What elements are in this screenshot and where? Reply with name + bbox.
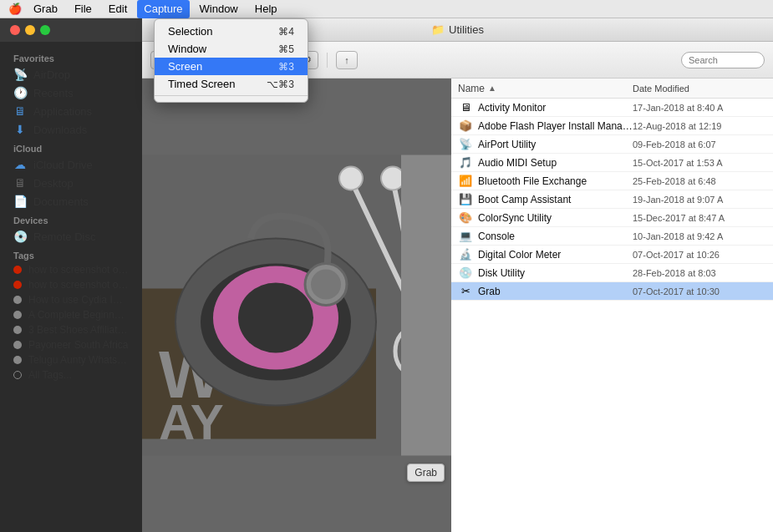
capture-timed-screen[interactable]: Timed Screen ⌥⌘3 <box>155 75 308 93</box>
file-name: ColorSync Utility <box>478 212 633 224</box>
sidebar-tag-all[interactable]: All Tags... <box>0 367 142 383</box>
svg-text:AY: AY <box>159 394 224 450</box>
table-row[interactable]: 💻 Console 10-Jan-2018 at 9:42 A <box>451 227 773 246</box>
col-date-header[interactable]: Date Modified <box>633 84 766 94</box>
file-date: 07-Oct-2017 at 10:30 <box>633 286 766 296</box>
file-name: Adobe Flash Player Install Manager <box>478 120 633 132</box>
menubar-grab[interactable]: Grab <box>27 0 64 18</box>
sort-arrow: ▲ <box>488 84 496 93</box>
svg-point-7 <box>238 283 313 353</box>
tag-label: Payoneer South Africa <box>28 339 128 351</box>
sidebar-tag-3[interactable]: A Complete Beginner... <box>0 307 142 322</box>
downloads-icon: ⬇ <box>13 123 27 136</box>
menubar-capture[interactable]: Capture <box>137 0 189 18</box>
tag-dot <box>13 341 22 349</box>
remote-disc-icon: 💿 <box>13 230 27 243</box>
file-icon: 🔬 <box>458 247 473 262</box>
sidebar-item-label: Documents <box>33 195 89 208</box>
menubar-help[interactable]: Help <box>248 0 284 18</box>
menubar: 🍎 Grab File Edit Capture Window Help <box>0 0 773 18</box>
menubar-file[interactable]: File <box>68 0 99 18</box>
sidebar-tag-4[interactable]: 3 Best Shoes Affiliate... <box>0 322 142 337</box>
sidebar-tag-6[interactable]: Telugu Aunty Whatsa... <box>0 352 142 367</box>
file-date: 28-Feb-2018 at 8:03 <box>633 268 766 278</box>
capture-screen[interactable]: Screen ⌘3 <box>155 58 308 75</box>
sidebar-item-airdrop[interactable]: 📡 AirDrop <box>0 65 142 84</box>
sidebar-icloud-header: iCloud <box>0 139 142 155</box>
sidebar-tag-1[interactable]: how to screenshot on... <box>0 277 142 292</box>
capture-selection[interactable]: Selection ⌘4 <box>155 23 308 40</box>
table-row[interactable]: 💾 Boot Camp Assistant 19-Jan-2018 at 9:0… <box>451 190 773 209</box>
file-name: Console <box>478 231 633 242</box>
capture-window[interactable]: Window ⌘5 <box>155 40 308 58</box>
capture-dropdown: Selection ⌘4 Window ⌘5 Screen ⌘3 Timed S… <box>154 18 308 103</box>
file-date: 07-Oct-2017 at 10:26 <box>633 250 766 260</box>
airdrop-icon: 📡 <box>13 68 27 81</box>
fullscreen-button[interactable] <box>40 25 50 35</box>
table-row[interactable]: 📦 Adobe Flash Player Install Manager 12-… <box>451 117 773 135</box>
menu-divider <box>155 95 308 96</box>
apple-menu[interactable]: 🍎 <box>7 3 23 15</box>
sidebar-item-icloud-drive[interactable]: ☁ iCloud Drive <box>0 155 142 174</box>
sidebar-item-downloads[interactable]: ⬇ Downloads <box>0 120 142 139</box>
share-btn[interactable]: ↑ <box>336 51 358 69</box>
menubar-edit[interactable]: Edit <box>102 0 134 18</box>
tag-dot <box>13 266 22 274</box>
table-row[interactable]: 🖥 Activity Monitor 17-Jan-2018 at 8:40 A <box>451 99 773 117</box>
sidebar-item-label: iCloud Drive <box>33 159 93 171</box>
tag-dot <box>13 371 22 379</box>
sidebar-body: Favorites 📡 AirDrop 🕐 Recents 🖥 Applicat… <box>0 42 142 532</box>
finder-main-area: W AY <box>142 79 773 532</box>
table-row[interactable]: 🎨 ColorSync Utility 15-Dec-2017 at 8:47 … <box>451 209 773 227</box>
sidebar-tag-5[interactable]: Payoneer South Africa <box>0 337 142 352</box>
sidebar-item-documents[interactable]: 📄 Documents <box>0 192 142 210</box>
sidebar-tag-0[interactable]: how to screenshot on... <box>0 262 142 277</box>
sidebar-item-label: Remote Disc <box>33 231 95 243</box>
sidebar-item-remote-disc[interactable]: 💿 Remote Disc <box>0 227 142 246</box>
svg-point-12 <box>339 167 363 190</box>
svg-point-9 <box>311 270 341 300</box>
main-window: Favorites 📡 AirDrop 🕐 Recents 🖥 Applicat… <box>0 18 773 532</box>
table-row[interactable]: 📶 Bluetooth File Exchange 25-Feb-2018 at… <box>451 172 773 190</box>
file-icon: 📡 <box>458 137 473 152</box>
sidebar-item-label: Downloads <box>33 124 87 136</box>
file-date: 15-Oct-2017 at 1:53 A <box>633 158 766 168</box>
sidebar-item-desktop[interactable]: 🖥 Desktop <box>0 174 142 192</box>
file-icon: 🎵 <box>458 155 473 170</box>
table-row[interactable]: 📡 AirPort Utility 09-Feb-2018 at 6:07 <box>451 135 773 154</box>
desktop-icon: 🖥 <box>13 176 27 190</box>
tag-dot <box>13 296 22 304</box>
file-name: Activity Monitor <box>478 102 633 114</box>
file-name: Bluetooth File Exchange <box>478 175 633 187</box>
sidebar-item-label: Desktop <box>33 177 74 190</box>
file-icon: 🖥 <box>458 100 473 115</box>
sidebar-item-label: AirDrop <box>33 68 70 81</box>
file-name: Boot Camp Assistant <box>478 194 633 205</box>
tag-label: how to screenshot on... <box>28 264 129 276</box>
tag-dot <box>13 356 22 364</box>
file-list: 🖥 Activity Monitor 17-Jan-2018 at 8:40 A… <box>451 99 773 532</box>
minimize-button[interactable] <box>25 25 35 35</box>
sidebar-tag-2[interactable]: How to use Cydia Imp... <box>0 292 142 307</box>
tag-dot <box>13 311 22 319</box>
table-row[interactable]: 🎵 Audio MIDI Setup 15-Oct-2017 at 1:53 A <box>451 154 773 172</box>
preview-image: W AY <box>142 79 451 532</box>
file-icon: 📦 <box>458 119 473 134</box>
file-date: 15-Dec-2017 at 8:47 A <box>633 213 766 223</box>
sidebar-item-recents[interactable]: 🕐 Recents <box>0 84 142 102</box>
table-row[interactable]: 🔬 Digital Color Meter 07-Oct-2017 at 10:… <box>451 246 773 264</box>
toolbar-sep-2 <box>327 53 328 68</box>
tag-dot <box>13 326 22 334</box>
finder-title: Utilities <box>449 23 484 36</box>
file-icon: ✂ <box>458 284 473 299</box>
col-name-header[interactable]: Name ▲ <box>458 83 633 94</box>
table-row[interactable]: ✂ Grab 07-Oct-2017 at 10:30 <box>451 282 773 301</box>
menubar-window[interactable]: Window <box>193 0 245 18</box>
sidebar-item-applications[interactable]: 🖥 Applications <box>0 102 142 120</box>
tag-label: How to use Cydia Imp... <box>28 294 129 306</box>
file-date: 12-Aug-2018 at 12:19 <box>633 121 766 131</box>
file-name: Audio MIDI Setup <box>478 157 633 169</box>
search-input[interactable] <box>681 52 765 68</box>
table-row[interactable]: 💿 Disk Utility 28-Feb-2018 at 8:03 <box>451 264 773 282</box>
close-button[interactable] <box>10 25 20 35</box>
